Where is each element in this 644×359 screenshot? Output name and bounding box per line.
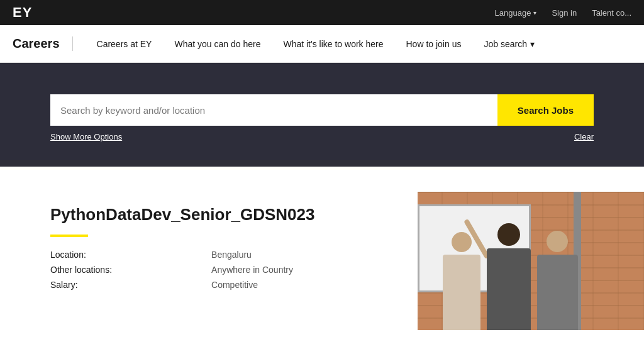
nav-bar: Careers Careers at EY What you can do he…	[0, 25, 644, 63]
other-locations-value: Anywhere in Country	[211, 265, 380, 275]
search-bar-row: Search Jobs	[50, 94, 594, 126]
job-listing: PythonDataDev_Senior_GDSN023 Location: B…	[0, 192, 418, 330]
search-jobs-button[interactable]: Search Jobs	[497, 94, 594, 126]
nav-link-careers-at-ey[interactable]: Careers at EY	[86, 25, 164, 62]
nav-link-job-search[interactable]: Job search ▾	[472, 25, 545, 62]
job-title: PythonDataDev_Senior_GDSN023	[50, 204, 380, 226]
salary-label: Salary:	[50, 280, 211, 290]
job-image	[418, 192, 644, 330]
yellow-divider	[50, 235, 88, 237]
salary-value: Competitive	[211, 280, 380, 290]
clear-search-link[interactable]: Clear	[574, 132, 594, 141]
chevron-down-icon: ▾	[530, 39, 535, 49]
search-section: Search Jobs Show More Options Clear	[0, 63, 644, 167]
person-figure-2	[487, 248, 531, 330]
content-area: PythonDataDev_Senior_GDSN023 Location: B…	[0, 167, 644, 330]
other-locations-label: Other locations:	[50, 265, 211, 275]
person-figure-3	[537, 255, 578, 330]
nav-link-how-to-join[interactable]: How to join us	[395, 25, 473, 62]
nav-link-what-you-can-do[interactable]: What you can do here	[163, 25, 272, 62]
nav-brand: Careers	[13, 36, 73, 51]
person-figure-1	[443, 255, 480, 330]
location-label: Location:	[50, 250, 211, 260]
search-options-row: Show More Options Clear	[50, 132, 594, 141]
job-details: Location: Bengaluru Other locations: Any…	[50, 250, 380, 290]
top-bar: EY Language ▾ Sign in Talent co...	[0, 0, 644, 25]
search-input[interactable]	[50, 94, 497, 126]
nav-link-what-its-like[interactable]: What it's like to work here	[272, 25, 394, 62]
language-selector[interactable]: Language ▾	[495, 8, 537, 18]
top-bar-actions: Language ▾ Sign in Talent co...	[495, 8, 631, 18]
location-value: Bengaluru	[211, 250, 380, 260]
talent-link[interactable]: Talent co...	[592, 8, 631, 18]
job-image-placeholder	[418, 192, 644, 330]
nav-links: Careers at EY What you can do here What …	[86, 25, 546, 62]
chevron-down-icon: ▾	[533, 9, 536, 16]
sign-in-button[interactable]: Sign in	[552, 8, 577, 18]
ey-logo: EY	[13, 4, 32, 21]
show-more-options-link[interactable]: Show More Options	[50, 132, 122, 141]
